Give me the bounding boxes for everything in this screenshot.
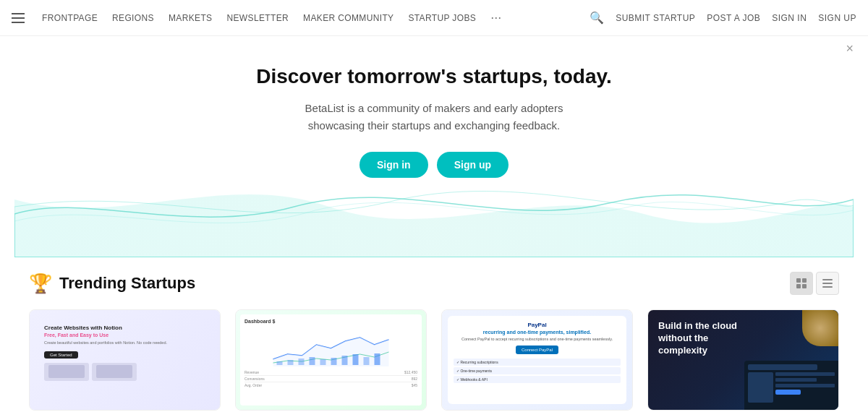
svg-rect-13 [320,359,326,365]
list-view-button[interactable] [816,272,839,295]
nav-post-a-job[interactable]: POST A JOB [707,13,760,23]
hero-wave [14,171,854,257]
tail-so-image: Create Websites with Notion Free, Fast a… [29,309,221,411]
svg-rect-6 [822,286,833,288]
svg-rect-2 [796,284,801,288]
render-preview: Build in the cloud without the complexit… [648,310,838,410]
startup-card-icheckout[interactable]: Dashboard $ [235,309,427,412]
render-accent [802,310,838,346]
icheckout-image: Dashboard $ [235,309,427,411]
trending-header: 🏆 Trending Startups [29,272,839,295]
startup-card-render[interactable]: Build in the cloud without the complexit… [647,309,839,412]
nav-startup-jobs[interactable]: STARTUP JOBS [408,13,476,23]
icheckout-preview: Dashboard $ [236,310,426,410]
view-toggle [790,272,839,295]
trending-title-container: 🏆 Trending Startups [29,272,195,295]
startup-card-tail-so[interactable]: Create Websites with Notion Free, Fast a… [29,309,221,412]
hero-signin-button[interactable]: Sign in [359,152,428,178]
search-icon[interactable]: 🔍 [590,11,604,25]
nav-markets[interactable]: MARKETS [169,13,213,23]
nav-newsletter[interactable]: NEWSLETTER [226,13,289,23]
hero-title: Discover tomorrow's startups, today. [14,65,854,88]
navbar: FRONTPAGE REGIONS MARKETS NEWSLETTER MAK… [0,0,868,36]
nav-sign-in[interactable]: SIGN IN [772,13,807,23]
subsocket-dashboard: PayPal recurring and one-time payments, … [448,316,626,404]
svg-rect-16 [353,354,359,365]
svg-rect-15 [342,356,348,365]
startup-card-subsocket[interactable]: PayPal recurring and one-time payments, … [441,309,633,412]
nav-sign-up[interactable]: SIGN UP [818,13,856,23]
svg-rect-5 [822,283,833,284]
render-card-text: Build in the cloud without the complexit… [658,320,752,357]
trending-title-text: Trending Startups [59,274,195,293]
nav-more-dots[interactable]: ··· [490,10,501,25]
svg-rect-3 [802,284,807,288]
svg-rect-18 [375,353,380,365]
nav-submit-startup[interactable]: SUBMIT STARTUP [616,13,695,23]
hero-buttons: Sign in Sign up [14,152,854,178]
grid-view-button[interactable] [790,272,813,295]
hamburger-menu[interactable] [12,13,25,23]
nav-right-section: 🔍 SUBMIT STARTUP POST A JOB SIGN IN SIGN… [590,11,856,25]
hero-description: BetaList is a community of makers and ea… [282,100,586,134]
startup-cards-grid: Create Websites with Notion Free, Fast a… [29,309,839,412]
hero-close-button[interactable]: × [846,42,854,55]
svg-rect-9 [277,361,283,365]
svg-rect-11 [299,359,305,365]
nav-maker-community[interactable]: MAKER COMMUNITY [303,13,393,23]
hero-signup-button[interactable]: Sign up [437,152,509,178]
nav-frontpage[interactable]: FRONTPAGE [42,13,98,23]
svg-rect-17 [364,357,370,365]
subsocket-preview: PayPal recurring and one-time payments, … [442,310,632,410]
svg-rect-1 [802,278,807,283]
svg-rect-4 [822,279,833,280]
nav-regions[interactable]: REGIONS [112,13,154,23]
svg-rect-14 [331,358,337,365]
render-image: Build in the cloud without the complexit… [647,309,839,411]
hero-section: × Discover tomorrow's startups, today. B… [0,36,868,257]
tail-so-preview: Create Websites with Notion Free, Fast a… [30,310,220,410]
trending-section: 🏆 Trending Startups [0,257,868,412]
svg-rect-12 [310,357,315,365]
icheckout-dashboard: Dashboard $ [240,314,422,405]
svg-rect-0 [796,278,801,283]
svg-rect-10 [288,360,294,365]
subsocket-image: PayPal recurring and one-time payments, … [441,309,633,411]
trending-icon: 🏆 [29,272,52,295]
